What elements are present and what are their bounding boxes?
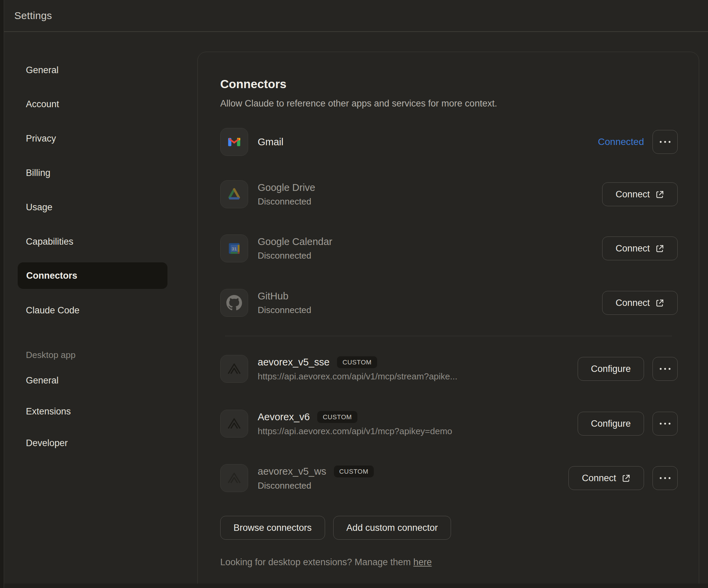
connect-button[interactable]: Connect <box>602 236 678 260</box>
connector-status-text: Disconnected <box>258 480 374 491</box>
more-options-button[interactable] <box>653 357 678 381</box>
sidebar-item-general[interactable]: General <box>26 64 59 76</box>
ellipsis-icon <box>659 141 671 143</box>
custom-badge: CUSTOM <box>337 356 377 368</box>
connector-name: Google Calendar <box>258 236 332 247</box>
browse-connectors-button[interactable]: Browse connectors <box>220 516 325 540</box>
footer-actions: Browse connectors Add custom connector <box>220 516 451 540</box>
connector-name: GitHub <box>258 291 288 302</box>
aevorex-icon <box>220 410 248 438</box>
button-label: Connect <box>582 473 616 484</box>
section-title: Connectors <box>220 77 286 91</box>
section-divider <box>225 336 672 336</box>
connector-name: aevorex_v5_sse <box>258 357 329 368</box>
google-calendar-icon: 31 <box>220 234 248 262</box>
connect-button[interactable]: Connect <box>602 291 678 315</box>
window-left-edge <box>0 0 4 588</box>
connector-row-aevorex-v6: Aevorex_v6CUSTOMhttps://api.aevorex.com/… <box>220 410 678 438</box>
section-subtitle: Allow Claude to reference other apps and… <box>220 98 497 109</box>
page-title: Settings <box>14 10 52 21</box>
ellipsis-icon <box>659 477 671 479</box>
external-link-icon <box>622 474 631 483</box>
connected-status-link[interactable]: Connected <box>598 136 644 147</box>
connector-row-aevorex-v5-sse: aevorex_v5_sseCUSTOMhttps://api.aevorex.… <box>220 355 678 383</box>
more-options-button[interactable] <box>653 412 678 436</box>
sidebar-item-privacy[interactable]: Privacy <box>26 132 56 145</box>
row-actions: Configure <box>578 357 678 381</box>
manage-extensions-link[interactable]: here <box>413 557 432 567</box>
row-actions: Connect <box>568 466 678 490</box>
configure-button[interactable]: Configure <box>578 357 644 381</box>
connector-status-text: Disconnected <box>258 250 332 261</box>
sidebar-item-desktop-developer[interactable]: Developer <box>26 437 68 449</box>
custom-badge: CUSTOM <box>317 411 357 423</box>
ellipsis-icon <box>659 368 671 370</box>
sidebar-item-desktop-extensions[interactable]: Extensions <box>26 405 71 418</box>
sidebar-section-desktop-app: Desktop app <box>26 349 76 361</box>
svg-text:31: 31 <box>231 246 237 251</box>
configure-button[interactable]: Configure <box>578 412 644 436</box>
button-label: Connect <box>615 189 650 200</box>
row-actions: Configure <box>578 412 678 436</box>
connector-name: aevorex_v5_ws <box>258 466 326 477</box>
google-drive-icon <box>220 180 248 208</box>
connector-row-gmail: GmailConnected <box>220 128 678 156</box>
github-icon <box>220 289 248 317</box>
titlebar: Settings <box>4 0 708 32</box>
button-label: Configure <box>591 364 631 374</box>
desktop-extensions-note: Looking for desktop extensions? Manage t… <box>220 557 432 568</box>
row-actions: Connect <box>602 182 678 206</box>
connect-button[interactable]: Connect <box>568 466 644 490</box>
more-options-button[interactable] <box>653 130 678 154</box>
connector-row-google-calendar: 31 Google CalendarDisconnectedConnect <box>220 234 678 262</box>
window-bottom-edge <box>0 584 708 588</box>
connector-row-aevorex-v5-ws: aevorex_v5_wsCUSTOMDisconnectedConnect <box>220 464 678 492</box>
button-label: Configure <box>591 419 631 429</box>
aevorex-icon <box>220 355 248 383</box>
connector-row-github: GitHubDisconnectedConnect <box>220 289 678 317</box>
ellipsis-icon <box>659 422 671 425</box>
external-link-icon <box>655 190 664 199</box>
button-label: Connect <box>615 298 650 308</box>
row-actions: Connect <box>602 236 678 260</box>
custom-badge: CUSTOM <box>334 466 374 477</box>
sidebar-item-capabilities[interactable]: Capabilities <box>26 235 74 248</box>
sidebar-item-usage[interactable]: Usage <box>26 201 52 213</box>
gmail-icon <box>220 128 248 156</box>
external-link-icon <box>655 244 664 253</box>
more-options-button[interactable] <box>653 466 678 490</box>
connect-button[interactable]: Connect <box>602 182 678 206</box>
row-actions: Connected <box>598 130 678 154</box>
connectors-panel: Connectors Allow Claude to reference oth… <box>197 52 699 588</box>
aevorex-icon <box>220 464 248 492</box>
external-link-icon <box>655 298 664 308</box>
connector-status-text: Disconnected <box>258 305 311 315</box>
settings-sidebar: GeneralAccountPrivacyBillingUsageCapabil… <box>4 33 197 588</box>
row-actions: Connect <box>602 291 678 315</box>
sidebar-item-connectors[interactable]: Connectors <box>18 262 167 289</box>
add-custom-connector-button[interactable]: Add custom connector <box>333 516 451 540</box>
sidebar-item-account[interactable]: Account <box>26 98 59 110</box>
connector-url: https://api.aevorex.com/api/v1/mcp/strea… <box>258 371 457 382</box>
button-label: Connect <box>615 243 650 254</box>
connector-name: Gmail <box>258 136 284 148</box>
connector-name: Aevorex_v6 <box>258 411 310 423</box>
connector-status-text: Disconnected <box>258 196 315 207</box>
sidebar-item-label: Connectors <box>26 271 77 281</box>
connector-row-google-drive: Google DriveDisconnectedConnect <box>220 180 678 208</box>
note-text: Looking for desktop extensions? Manage t… <box>220 557 413 567</box>
sidebar-item-claude-code[interactable]: Claude Code <box>26 304 80 316</box>
sidebar-item-billing[interactable]: Billing <box>26 167 50 179</box>
sidebar-item-desktop-general[interactable]: General <box>26 374 59 387</box>
connector-name: Google Drive <box>258 182 315 193</box>
connector-url: https://api.aevorex.com/api/v1/mcp?apike… <box>258 426 452 437</box>
